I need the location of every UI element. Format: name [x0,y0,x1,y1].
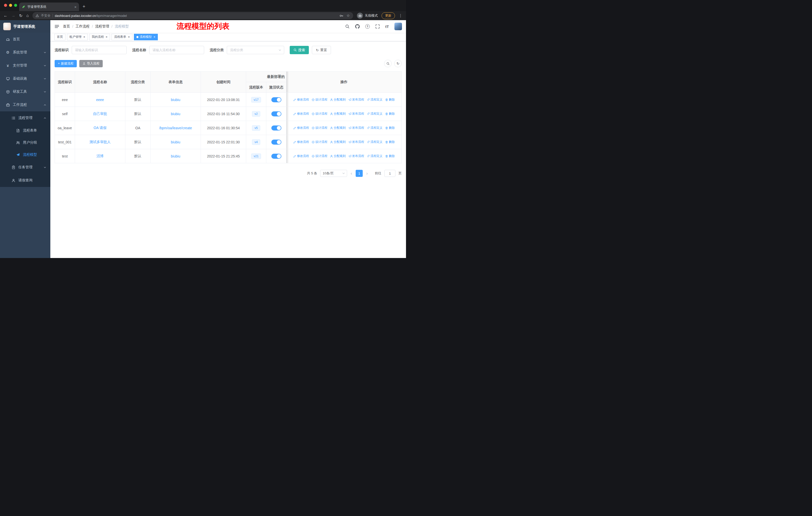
op-publish-button[interactable]: 发布流程 [348,126,364,130]
search-button[interactable]: 搜索 [290,46,309,54]
close-icon[interactable]: × [128,35,130,38]
zoom-window-button[interactable] [14,4,17,7]
op-design-button[interactable]: 设计流程 [312,98,327,102]
sidebar-item-workflow[interactable]: 工作流程 [0,98,50,111]
close-window-button[interactable] [4,4,7,7]
sidebar-item-payment[interactable]: ¥支付管理 [0,59,50,72]
status-toggle[interactable] [271,111,282,116]
op-delete-button[interactable]: 删除 [385,126,395,130]
star-icon[interactable]: ☆ [347,13,350,18]
op-design-button[interactable]: 设计流程 [312,112,327,116]
tag-my-process[interactable]: 我的流程× [89,34,110,40]
sidebar-item-leave-query[interactable]: 请假查询 [0,174,50,187]
process-name-link[interactable]: 自己审批 [93,112,107,116]
create-process-button[interactable]: +新建流程 [55,60,77,67]
sidebar-item-task-management[interactable]: 任务管理 [0,161,50,174]
op-modify-button[interactable]: 修改流程 [293,140,309,144]
op-publish-button[interactable]: 发布流程 [348,112,364,116]
forward-button[interactable]: → [11,13,16,18]
process-name-link[interactable]: OA 请假 [94,126,107,130]
app-logo[interactable]: 芋道管理系统 [0,20,50,33]
sidebar-item-process-form[interactable]: 流程表单 [0,125,50,137]
status-toggle[interactable] [271,154,282,159]
menu-dots-icon[interactable]: ⋮ [399,13,403,18]
avatar[interactable] [395,23,402,30]
toggle-search-button[interactable] [384,60,392,67]
op-assign-button[interactable]: 分配规则 [330,154,346,158]
form-link[interactable]: biubiu [171,98,180,102]
op-delete-button[interactable]: 删除 [385,140,395,144]
process-name-link[interactable]: eeee [96,98,104,102]
next-page-button[interactable]: › [366,171,368,176]
update-button[interactable]: 更新 [382,12,395,19]
tag-process-form[interactable]: 流程表单× [112,34,133,40]
op-assign-button[interactable]: 分配规则 [330,112,346,116]
page-number[interactable]: 1 [356,170,363,177]
op-modify-button[interactable]: 修改流程 [293,98,309,102]
op-delete-button[interactable]: 删除 [385,98,395,102]
back-button[interactable]: ← [3,13,7,18]
new-tab-button[interactable]: + [83,4,85,9]
op-definition-button[interactable]: 流程定义 [367,140,383,144]
process-name-link[interactable]: 滔博 [97,154,104,158]
op-modify-button[interactable]: 修改流程 [293,126,309,130]
sidebar-item-devtools[interactable]: 研发工具 [0,85,50,98]
sidebar-item-system[interactable]: ⚙系统管理 [0,46,50,59]
tag-tenant[interactable]: 租户管理× [67,34,88,40]
refresh-button[interactable]: ↻ [394,60,402,67]
sidebar-item-infrastructure[interactable]: 基础设施 [0,72,50,85]
op-assign-button[interactable]: 分配规则 [330,98,346,102]
breadcrumb-item[interactable]: 流程管理 [95,24,109,29]
close-icon[interactable]: × [106,35,108,38]
sidebar-item-home[interactable]: 首页 [0,33,50,46]
github-icon[interactable] [355,24,360,29]
form-link[interactable]: biubiu [171,140,180,144]
tag-process-model[interactable]: 流程模型× [134,34,158,40]
form-link[interactable]: /bpm/oa/leave/create [159,126,192,130]
op-design-button[interactable]: 设计流程 [312,154,327,158]
op-assign-button[interactable]: 分配规则 [330,126,346,130]
op-delete-button[interactable]: 删除 [385,154,395,158]
help-icon[interactable]: ? [365,24,370,29]
op-design-button[interactable]: 设计流程 [312,126,327,130]
process-id-input[interactable] [72,46,126,54]
process-name-link[interactable]: 测试多审批人 [90,140,111,144]
form-link[interactable]: biubiu [171,112,180,116]
prev-page-button[interactable]: ‹ [350,171,353,176]
form-link[interactable]: biubiu [171,154,180,158]
import-process-button[interactable]: 导入流程 [79,60,103,67]
op-modify-button[interactable]: 修改流程 [293,154,309,158]
close-icon[interactable]: × [153,35,155,38]
hamburger-icon[interactable] [54,24,59,29]
op-definition-button[interactable]: 流程定义 [367,112,383,116]
reload-button[interactable]: ↻ [19,13,22,18]
close-icon[interactable]: × [74,5,77,9]
minimize-window-button[interactable] [9,4,12,7]
op-assign-button[interactable]: 分配规则 [330,140,346,144]
security-label[interactable]: 不安全 [41,13,51,18]
fullscreen-icon[interactable] [375,24,380,29]
search-icon[interactable] [345,24,350,29]
key-icon[interactable] [340,13,343,18]
url-bar[interactable]: 不安全 dashboard.yudao.iocoder.cn/bpm/manag… [32,12,353,19]
sidebar-item-process-model[interactable]: 流程模型 [0,148,50,161]
process-name-input[interactable] [149,46,204,54]
sidebar-item-user-group[interactable]: 用户分组 [0,137,50,148]
page-size-select[interactable]: 10条/页 [320,170,347,177]
status-toggle[interactable] [271,97,282,102]
font-size-icon[interactable]: tT [385,24,389,29]
op-publish-button[interactable]: 发布流程 [348,140,364,144]
tag-home[interactable]: 首页 [54,34,65,40]
op-definition-button[interactable]: 流程定义 [367,154,383,158]
status-toggle[interactable] [271,140,282,145]
op-publish-button[interactable]: 发布流程 [348,154,364,158]
home-button[interactable]: ⌂ [26,13,29,18]
status-toggle[interactable] [271,126,282,131]
category-select[interactable]: 流程分类 [227,46,284,54]
sidebar-item-process-management[interactable]: 流程管理 [0,111,50,125]
op-modify-button[interactable]: 修改流程 [293,112,309,116]
op-design-button[interactable]: 设计流程 [312,140,327,144]
browser-tab[interactable]: 芋道管理系统 × [19,2,79,11]
breadcrumb-item[interactable]: 首页 [63,24,70,29]
op-publish-button[interactable]: 发布流程 [348,98,364,102]
